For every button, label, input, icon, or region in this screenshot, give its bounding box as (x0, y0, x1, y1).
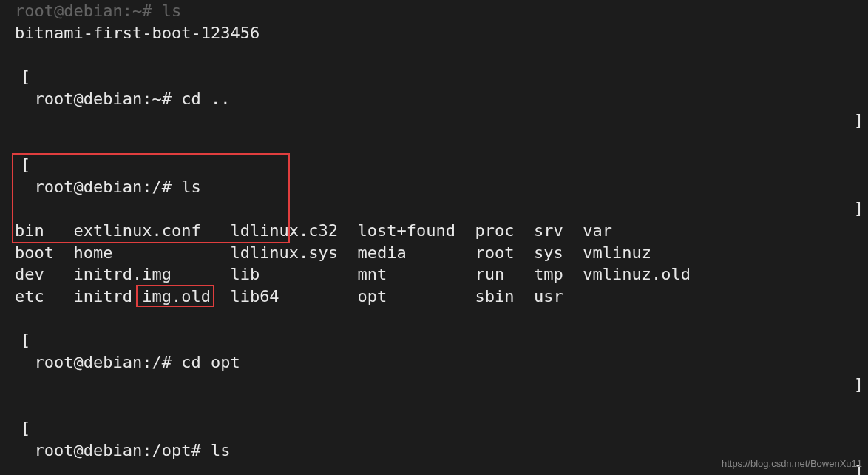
ls-output-line: boot home ldlinux.sys media root sys vml… (15, 242, 868, 264)
prompt-bracket-left: [ (21, 154, 30, 176)
prompt-bracket-left: [ (21, 329, 30, 351)
prompt-text: root@debian:/# cd opt (35, 353, 240, 371)
prompt-bracket-right: ] (854, 110, 864, 132)
ls-output-line: dev initrd.img lib mnt run tmp vmlinuz.o… (15, 263, 868, 286)
terminal-line: [ root@debian:~# cd .. ] (15, 44, 868, 132)
terminal-line: root@debian:~# ls (15, 0, 868, 22)
prompt-bracket-left: [ (21, 66, 30, 88)
prompt-text: root@debian:~# cd .. (35, 90, 231, 108)
terminal-line: [ root@debian:/# ls ] (15, 132, 868, 220)
ls-output-line: etc initrd.img.old lib64 opt sbin usr (15, 286, 868, 308)
terminal-line: bitnami-first-boot-123456 (15, 22, 868, 44)
prompt-bracket-left: [ (21, 417, 30, 439)
prompt-text: root@debian:/opt# ls (35, 441, 231, 459)
prompt-bracket-right: ] (854, 198, 864, 220)
terminal-line: [ root@debian:/# cd opt ] (15, 308, 868, 396)
prompt-text: root@debian:/# ls (35, 178, 201, 196)
watermark-text: https://blog.csdn.net/BowenXu11 (722, 457, 862, 471)
prompt-bracket-right: ] (854, 374, 864, 396)
ls-output-line: bin extlinux.conf ldlinux.c32 lost+found… (15, 220, 868, 242)
